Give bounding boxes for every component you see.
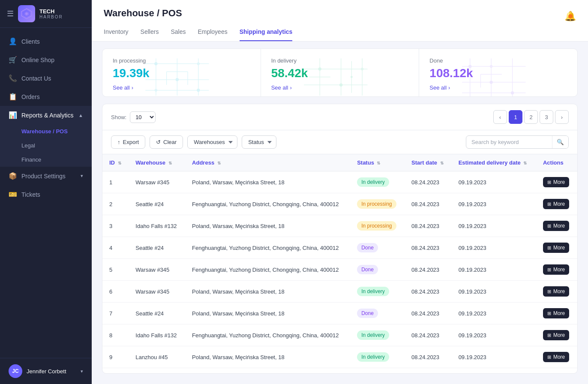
more-button[interactable]: ⊞ More <box>543 308 569 318</box>
next-page-button[interactable]: › <box>555 110 569 124</box>
clear-button[interactable]: ↺ Clear <box>150 135 183 149</box>
refresh-icon: ↺ <box>156 139 161 145</box>
logo-subname: HARBOR <box>39 15 63 19</box>
sidebar-item-label: Online Shop <box>21 57 54 63</box>
svg-point-11 <box>197 89 200 92</box>
col-address[interactable]: Address ⇅ <box>185 154 350 171</box>
tab-employees[interactable]: Employees <box>198 25 227 41</box>
more-icon: ⊞ <box>547 354 551 360</box>
cell-warehouse: Warsaw #345 <box>129 171 185 193</box>
status-badge: In processing <box>357 199 396 209</box>
cell-address: Fenghuangtai, Yuzhong District, Chongqin… <box>185 193 350 215</box>
tab-sales[interactable]: Sales <box>171 25 186 41</box>
svg-point-22 <box>318 67 321 70</box>
col-start-date[interactable]: Start date ⇅ <box>405 154 452 171</box>
sidebar-item-label: Product Settings <box>21 173 66 180</box>
search-box: 🔍 <box>466 135 569 149</box>
cell-address: Poland, Warsaw, Męcińska Street, 18 <box>185 368 350 374</box>
more-button[interactable]: ⊞ More <box>543 221 569 231</box>
cell-warehouse: Idaho Falls #132 <box>129 215 185 237</box>
export-icon: ↑ <box>117 139 120 145</box>
stat-bg-circuit-1 <box>102 53 256 96</box>
sidebar-item-online-shop[interactable]: 🛒 Online Shop <box>0 51 92 69</box>
product-settings-icon: 📦 <box>9 172 17 180</box>
cell-actions: ⊞ More <box>536 237 577 259</box>
cell-id: 2 <box>102 193 129 215</box>
more-button[interactable]: ⊞ More <box>543 352 569 362</box>
table-row: 4 Seattle #24 Fenghuangtai, Yuzhong Dist… <box>102 237 577 259</box>
cell-start-date: 08.24.2023 <box>405 324 452 346</box>
col-delivery-date[interactable]: Estimated delivery date ⇅ <box>452 154 536 171</box>
cell-id: 3 <box>102 215 129 237</box>
search-button[interactable]: 🔍 <box>552 136 568 148</box>
col-warehouse[interactable]: Warehouse ⇅ <box>129 154 185 171</box>
cell-status: In delivery <box>350 368 405 374</box>
more-button[interactable]: ⊞ More <box>543 199 569 209</box>
reports-sub-items: Warehouse / POS Legal Finance <box>0 124 92 167</box>
warehouses-filter[interactable]: Warehouses <box>187 135 237 149</box>
page-3-button[interactable]: 3 <box>540 110 553 124</box>
more-button[interactable]: ⊞ More <box>543 177 569 187</box>
cell-start-date: 08.24.2023 <box>405 368 452 374</box>
cell-status: Done <box>350 237 405 259</box>
more-button[interactable]: ⊞ More <box>543 243 569 253</box>
more-button[interactable]: ⊞ More <box>543 330 569 340</box>
prev-page-button[interactable]: ‹ <box>493 110 507 124</box>
cell-warehouse: Warsaw #345 <box>129 281 185 303</box>
sort-icon-warehouse: ⇅ <box>168 161 172 165</box>
tabs: Inventory Sellers Sales Employees Shippi… <box>92 25 588 41</box>
user-name: Jennifer Corbett <box>27 368 66 375</box>
cell-start-date: 08.24.2023 <box>405 281 452 303</box>
sidebar-item-label: Contact Us <box>21 75 51 82</box>
svg-point-27 <box>351 76 353 78</box>
page-1-button[interactable]: 1 <box>509 110 522 124</box>
hamburger-icon[interactable]: ☰ <box>7 9 14 18</box>
sort-icon-delivery-date: ⇅ <box>523 161 527 165</box>
cell-address: Fenghuangtai, Yuzhong District, Chongqin… <box>185 324 350 346</box>
page-2-button[interactable]: 2 <box>524 110 538 124</box>
more-button[interactable]: ⊞ More <box>543 264 569 275</box>
search-input[interactable] <box>466 136 552 148</box>
export-button[interactable]: ↑ Export <box>111 135 145 149</box>
sidebar-item-tickets[interactable]: 🎫 Tickets <box>0 185 92 204</box>
cell-address: Poland, Warsaw, Męcińska Street, 18 <box>185 171 350 193</box>
sidebar-header: ☰ TECH HARBOR <box>0 0 92 28</box>
tab-sellers[interactable]: Sellers <box>141 25 159 41</box>
svg-point-9 <box>154 62 157 65</box>
status-filter[interactable]: Status <box>242 135 276 149</box>
cell-delivery-date: 09.19.2023 <box>452 259 536 281</box>
show-select[interactable]: 10 25 50 100 <box>130 111 156 123</box>
cell-status: Done <box>350 259 405 281</box>
more-icon: ⊞ <box>547 289 551 294</box>
search-icon: 🔍 <box>557 139 564 145</box>
col-id[interactable]: ID ⇅ <box>102 154 129 171</box>
online-shop-icon: 🛒 <box>9 56 17 64</box>
sidebar-item-contact-us[interactable]: 📞 Contact Us <box>0 69 92 87</box>
sidebar-item-warehouse-pos[interactable]: Warehouse / POS <box>0 124 92 138</box>
data-table: ID ⇅ Warehouse ⇅ Address ⇅ Status ⇅ Star… <box>102 154 577 374</box>
tab-inventory[interactable]: Inventory <box>104 25 129 41</box>
cell-id: 7 <box>102 303 129 324</box>
more-button[interactable]: ⊞ More <box>543 286 569 297</box>
sidebar-item-finance[interactable]: Finance <box>0 153 92 167</box>
user-profile[interactable]: JC Jennifer Corbett ▾ <box>0 358 92 384</box>
clear-label: Clear <box>163 139 177 145</box>
cell-id: 8 <box>102 324 129 346</box>
status-badge: In delivery <box>357 287 389 296</box>
sidebar-item-reports[interactable]: 📊 Reports & Analytics ▲ <box>0 106 92 124</box>
sidebar-item-product-settings[interactable]: 📦 Product Settings ▾ <box>0 167 92 185</box>
page-header: Warehouse / POS 🔔 Inventory Sellers Sale… <box>92 0 588 42</box>
table-controls-filters: ↑ Export ↺ Clear Warehouses Status 🔍 <box>102 130 577 154</box>
cell-id: 5 <box>102 259 129 281</box>
sidebar-item-clients[interactable]: 👤 Clients <box>0 32 92 51</box>
more-icon: ⊞ <box>547 267 551 273</box>
stat-bg-circuit-2 <box>261 53 415 96</box>
sidebar-item-legal[interactable]: Legal <box>0 138 92 153</box>
sidebar-item-orders[interactable]: 📋 Orders <box>0 87 92 106</box>
tab-shipping-analytics[interactable]: Shipping analytics <box>240 25 293 41</box>
col-status[interactable]: Status ⇅ <box>350 154 405 171</box>
table-row: 9 Lanzhou #45 Poland, Warsaw, Męcińska S… <box>102 346 577 368</box>
page-title: Warehouse / POS <box>104 8 182 19</box>
table-header-row: ID ⇅ Warehouse ⇅ Address ⇅ Status ⇅ Star… <box>102 154 577 171</box>
table-row: 2 Seattle #24 Fenghuangtai, Yuzhong Dist… <box>102 193 577 215</box>
